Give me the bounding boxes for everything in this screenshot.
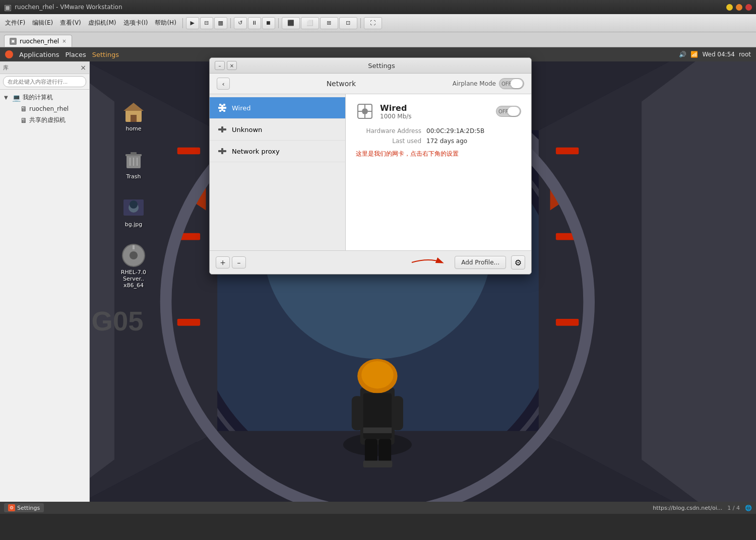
- gnome-menu-settings[interactable]: Settings: [89, 50, 122, 59]
- menu-edit[interactable]: 编辑(E): [29, 18, 56, 28]
- menu-vm[interactable]: 虚拟机(M): [85, 18, 119, 28]
- gear-icon: ⚙: [515, 258, 522, 267]
- svg-point-44: [130, 200, 138, 209]
- svg-rect-55: [221, 126, 223, 132]
- hardware-address-label: Hardware Address: [356, 127, 421, 134]
- gnome-user[interactable]: root: [739, 51, 751, 58]
- desktop-icon-bg[interactable]: bg.jpg: [116, 193, 151, 230]
- desktop-icon-trash[interactable]: Trash: [116, 146, 151, 182]
- tab-close-btn[interactable]: ×: [62, 38, 66, 44]
- net-item-wired[interactable]: Wired: [210, 97, 345, 119]
- proxy-list-icon: [217, 146, 228, 157]
- toggle-knob: [511, 79, 523, 88]
- svg-rect-14: [556, 148, 579, 155]
- sidebar-close-btn[interactable]: ×: [80, 63, 86, 72]
- net-item-proxy[interactable]: Network proxy: [210, 141, 345, 162]
- wired-list-icon: [217, 102, 228, 113]
- wired-header: Wired 1000 Mb/s OFF: [356, 102, 521, 120]
- close-button[interactable]: [745, 4, 752, 11]
- airplane-toggle-label: OFF: [501, 81, 511, 87]
- sidebar: 库 × ▼ 💻 我的计算机 🖥 ruochen_rhel 🖥 共享的虚拟机: [0, 61, 90, 514]
- back-button[interactable]: ‹: [217, 78, 230, 90]
- network-title: Network: [235, 80, 448, 88]
- vmware-app-icon: ▣: [4, 3, 12, 12]
- taskbar-url: https://blog.csdn.net/oi...: [653, 505, 722, 511]
- tree-label-mycomputer: 我的计算机: [23, 93, 53, 102]
- svg-rect-28: [365, 439, 377, 461]
- bg-icon: [121, 195, 146, 220]
- toolbar-fullscreen[interactable]: ⛶: [364, 17, 382, 29]
- arrow-annotation: [409, 255, 450, 270]
- taskbar-globe-icon: 🌐: [745, 505, 752, 511]
- toolbar-btn-5[interactable]: ⏸: [248, 17, 261, 29]
- remove-connection-btn[interactable]: –: [232, 256, 246, 268]
- last-used-value: 172 days ago: [426, 138, 467, 145]
- taskbar-settings-icon: ⚙: [8, 504, 15, 511]
- net-item-wired-label: Wired: [232, 104, 251, 112]
- network-header: ‹ Network Airplane Mode OFF: [210, 74, 531, 94]
- vm-tab[interactable]: ▣ ruochen_rhel ×: [4, 35, 72, 47]
- menu-help[interactable]: 帮助(H): [152, 18, 179, 28]
- menu-file[interactable]: 文件(F): [2, 18, 28, 28]
- svg-rect-47: [133, 245, 135, 249]
- sidebar-search-input[interactable]: [3, 76, 86, 87]
- gear-settings-btn[interactable]: ⚙: [511, 255, 525, 269]
- toolbar-btn-1[interactable]: ▶: [186, 17, 199, 29]
- gnome-network-icon[interactable]: 📶: [690, 51, 698, 58]
- wired-name: Wired: [380, 103, 490, 113]
- hardware-address-value: 00:0C:29:1A:2D:5B: [426, 127, 484, 134]
- desktop-icon-home[interactable]: home: [116, 98, 151, 134]
- taskbar-settings[interactable]: ⚙ Settings: [4, 503, 44, 512]
- svg-rect-16: [556, 319, 579, 326]
- tab-label: ruochen_rhel: [20, 38, 59, 45]
- menu-view[interactable]: 查看(V): [57, 18, 84, 28]
- minimize-button[interactable]: [726, 4, 733, 11]
- dialog-minimize-btn[interactable]: –: [215, 61, 225, 70]
- svg-rect-31: [376, 460, 393, 467]
- svg-rect-25: [352, 396, 363, 430]
- vmware-title: ruochen_rhel - VMware Workstation: [15, 4, 122, 11]
- hardware-address-row: Hardware Address 00:0C:29:1A:2D:5B: [356, 127, 521, 134]
- tree-item-shared[interactable]: 🖥 共享的虚拟机: [0, 114, 89, 126]
- taskbar-right: https://blog.csdn.net/oi... 1 / 4 🌐: [653, 505, 752, 511]
- toolbar-btn-2[interactable]: ⊟: [200, 17, 213, 29]
- settings-footer: + – Add Profile... ⚙: [210, 250, 531, 274]
- rhel-icon: [121, 243, 146, 267]
- airplane-mode-toggle[interactable]: OFF: [499, 78, 524, 89]
- gnome-menu-places[interactable]: Places: [62, 50, 89, 59]
- taskbar-settings-label: Settings: [17, 505, 40, 511]
- settings-dialog: – × Settings ‹ Network Airplane Mode OFF: [209, 57, 532, 275]
- wired-toggle-control: OFF: [496, 106, 521, 117]
- tree-item-ruochen[interactable]: 🖥 ruochen_rhel: [0, 103, 89, 114]
- gnome-time: Wed 04:54: [702, 51, 735, 58]
- gnome-menu-applications[interactable]: Applications: [16, 50, 62, 59]
- menu-tabs[interactable]: 选项卡(I): [120, 18, 151, 28]
- wired-toggle-label: OFF: [498, 109, 508, 114]
- toolbar-btn-3[interactable]: ▩: [214, 17, 227, 29]
- svg-point-46: [130, 251, 138, 259]
- net-item-unknown-label: Unknown: [232, 126, 262, 133]
- tree-shared-icon: 🖥: [20, 116, 27, 124]
- footer-left-buttons: + –: [216, 256, 246, 268]
- dialog-close-btn[interactable]: ×: [227, 61, 237, 70]
- toolbar-btn-vm2[interactable]: ⬜: [301, 17, 319, 29]
- wired-toggle[interactable]: OFF: [496, 106, 521, 117]
- toolbar-btn-6[interactable]: ⏹: [262, 17, 275, 29]
- net-item-proxy-label: Network proxy: [232, 148, 280, 155]
- toolbar-separator-3: [278, 18, 279, 28]
- desktop-icon-rhel[interactable]: RHEL-7.0 Server.. x86_64: [116, 241, 151, 291]
- tree-vm-icon: 🖥: [20, 105, 27, 113]
- toolbar-btn-4[interactable]: ↺: [234, 17, 247, 29]
- tree-item-mycomputer[interactable]: ▼ 💻 我的计算机: [0, 92, 89, 103]
- restore-button[interactable]: [736, 4, 742, 11]
- toolbar-btn-vm1[interactable]: ⬛: [282, 17, 300, 29]
- sidebar-search-area: [0, 74, 89, 90]
- toolbar-btn-vm3[interactable]: ⊞: [320, 17, 338, 29]
- page-indicator: 1 / 4: [727, 505, 740, 511]
- gnome-sound-icon[interactable]: 🔊: [679, 51, 686, 58]
- toolbar-btn-vm4[interactable]: ⊡: [339, 17, 357, 29]
- svg-rect-11: [177, 148, 200, 155]
- add-profile-button[interactable]: Add Profile...: [455, 256, 506, 269]
- add-connection-btn[interactable]: +: [216, 256, 230, 268]
- net-item-unknown[interactable]: Unknown: [210, 119, 345, 141]
